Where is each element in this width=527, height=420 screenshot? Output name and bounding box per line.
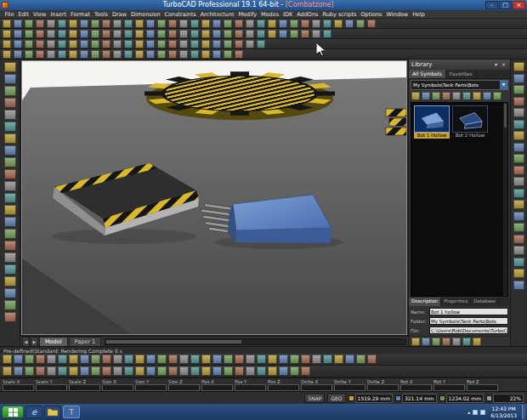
measure-area-icon[interactable]: [212, 50, 221, 59]
scale-handles-icon[interactable]: [102, 366, 111, 376]
lights-panel-icon[interactable]: [513, 235, 524, 244]
tray-expand-icon[interactable]: ▴: [468, 409, 470, 415]
snap-one-shot-icon[interactable]: [334, 355, 343, 364]
trim-icon[interactable]: [102, 50, 110, 59]
snap-grid-icon[interactable]: [3, 355, 12, 364]
pin-icon[interactable]: ▾: [492, 60, 500, 69]
erase-icon[interactable]: [146, 20, 155, 28]
save-as-icon[interactable]: [301, 20, 309, 28]
sun-light-icon[interactable]: [235, 40, 243, 48]
format-painter-icon[interactable]: [102, 20, 110, 28]
file-explorer-icon[interactable]: [44, 406, 61, 418]
field-input-rot-x[interactable]: [400, 384, 432, 391]
view-front-icon[interactable]: [25, 40, 33, 48]
horizontal-scrollbar[interactable]: [105, 338, 406, 345]
turbocad-taskbar-icon[interactable]: T: [63, 406, 80, 418]
paste-icon[interactable]: [91, 20, 99, 28]
refresh-icon[interactable]: [473, 92, 481, 100]
vertical-scrollbar[interactable]: [503, 103, 507, 296]
network-tray-icon[interactable]: [473, 410, 478, 415]
extend-icon[interactable]: [113, 50, 122, 59]
menu-item-ruby-scripts[interactable]: Ruby scripts: [320, 10, 359, 19]
view-left-icon[interactable]: [58, 40, 66, 48]
delete-item-icon[interactable]: [452, 92, 461, 100]
menu-item-architecture[interactable]: Architecture: [198, 10, 236, 19]
inspector-bar-icon[interactable]: [246, 355, 255, 364]
field-input-pos-x[interactable]: [201, 384, 233, 391]
x-coordinate-value[interactable]: 1519.29 mm: [355, 394, 393, 403]
volume-tray-icon[interactable]: [480, 410, 485, 415]
double-line-icon[interactable]: [25, 30, 33, 38]
menu-item-options[interactable]: Options: [359, 10, 384, 19]
menu-item-idk[interactable]: IDK: [281, 10, 295, 19]
edge-select-icon[interactable]: [257, 366, 266, 376]
assemble-icon[interactable]: [235, 50, 243, 59]
boolean-union-icon[interactable]: [301, 30, 309, 38]
snap-apex-icon[interactable]: [113, 355, 122, 364]
menu-item-dimension[interactable]: Dimension: [128, 10, 162, 19]
named-views-icon[interactable]: [113, 40, 122, 48]
polygon-tool-icon[interactable]: [4, 157, 16, 167]
cylinder-tool-icon[interactable]: [4, 217, 16, 227]
properties-icon[interactable]: [246, 20, 254, 28]
pan-icon[interactable]: [201, 20, 210, 28]
snap-nearest-icon[interactable]: [69, 355, 78, 364]
dimension-icon[interactable]: [135, 30, 144, 38]
magnetic-point-icon[interactable]: [146, 355, 156, 364]
selection-2d-icon[interactable]: [3, 366, 12, 376]
walk-through-icon[interactable]: [91, 40, 99, 48]
step-rotation-icon[interactable]: [212, 366, 222, 376]
workplane-intersect-icon[interactable]: [179, 355, 189, 364]
field-input-delta-z[interactable]: [367, 384, 399, 391]
menu-item-format[interactable]: Format: [69, 10, 93, 19]
remove-symbol-icon[interactable]: [422, 338, 430, 346]
close-button[interactable]: ×: [513, 1, 525, 9]
menu-item-modes[interactable]: Modes: [258, 10, 280, 19]
field-input-size-x[interactable]: [102, 384, 133, 391]
zoom-out-icon[interactable]: [168, 20, 177, 28]
groups-panel-icon[interactable]: [513, 131, 524, 140]
hemisphere-icon[interactable]: [201, 30, 210, 38]
revolve-icon[interactable]: [268, 30, 276, 38]
link-icon[interactable]: [334, 20, 343, 28]
menu-item-help[interactable]: Help: [411, 10, 428, 19]
cone-icon[interactable]: [224, 30, 232, 38]
array-icon[interactable]: [69, 50, 77, 59]
snap-vertex-icon[interactable]: [14, 355, 23, 364]
symbol-item-bot-1-hollow[interactable]: Bot 1 Hollow: [414, 105, 450, 139]
undo-icon[interactable]: [113, 20, 122, 28]
open-folder-icon[interactable]: [442, 338, 450, 346]
selection-3d-icon[interactable]: [14, 366, 23, 376]
multiline-icon[interactable]: [36, 30, 44, 38]
menu-item-draw[interactable]: Draw: [110, 10, 129, 19]
environments-panel-icon[interactable]: [513, 269, 524, 278]
box-icon[interactable]: [168, 30, 177, 38]
tab-scroll-left-button[interactable]: ◀: [22, 337, 30, 347]
view-top-icon[interactable]: [14, 40, 22, 48]
view-back-icon[interactable]: [47, 40, 55, 48]
polyline-icon[interactable]: [14, 30, 22, 38]
align-icon[interactable]: [179, 50, 188, 59]
snap-3d-icon[interactable]: [312, 355, 321, 364]
render-manager-icon[interactable]: [279, 20, 287, 28]
select-tool-icon[interactable]: [4, 62, 16, 72]
menu-item-modify[interactable]: Modify: [236, 10, 259, 19]
offset-icon[interactable]: [91, 50, 99, 59]
up-level-icon[interactable]: [432, 92, 440, 100]
extrude-tool-icon[interactable]: [4, 241, 16, 251]
gear-object[interactable]: [144, 71, 335, 120]
save-all-icon[interactable]: [452, 338, 461, 346]
coordinate-absolute-icon[interactable]: [212, 355, 222, 364]
symbol-item-bot-2-hollow[interactable]: Bot 2 Hollow: [452, 105, 488, 139]
materials-icon[interactable]: [257, 20, 265, 28]
draft-render-icon[interactable]: [201, 40, 210, 48]
delta-lock-icon[interactable]: [168, 366, 178, 376]
field-input-pos-y[interactable]: [235, 384, 266, 391]
zoom-window-icon[interactable]: [179, 20, 188, 28]
pan-tool-icon[interactable]: [4, 98, 16, 108]
text-tool-icon[interactable]: [4, 169, 16, 179]
extrude-icon[interactable]: [257, 30, 265, 38]
x-lock-icon[interactable]: [135, 366, 144, 376]
sweep-icon[interactable]: [279, 30, 287, 38]
design-director-icon[interactable]: [513, 85, 524, 94]
